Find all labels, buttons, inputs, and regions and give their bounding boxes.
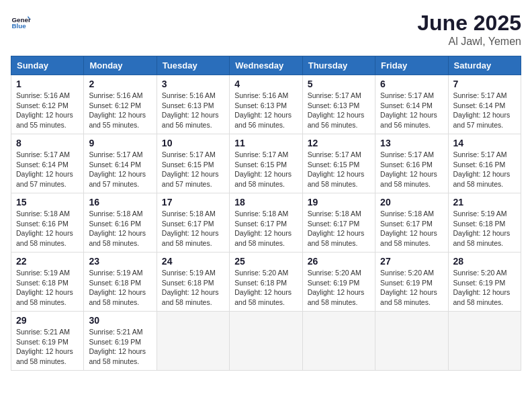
- day-info: Sunrise: 5:18 AMSunset: 6:16 PMDaylight:…: [89, 209, 151, 248]
- day-info: Sunrise: 5:17 AMSunset: 6:16 PMDaylight:…: [380, 150, 443, 189]
- calendar-day-cell: [375, 312, 448, 371]
- weekday-header: Friday: [375, 56, 448, 75]
- calendar-week-row: 15Sunrise: 5:18 AMSunset: 6:16 PMDayligh…: [11, 193, 521, 253]
- calendar-week-row: 22Sunrise: 5:19 AMSunset: 6:18 PMDayligh…: [11, 253, 521, 312]
- day-number: 6: [380, 79, 443, 89]
- day-info: Sunrise: 5:17 AMSunset: 6:16 PMDaylight:…: [453, 150, 516, 189]
- day-number: 19: [308, 197, 370, 208]
- calendar-day-cell: 1Sunrise: 5:16 AMSunset: 6:12 PMDaylight…: [11, 75, 84, 134]
- day-info: Sunrise: 5:16 AMSunset: 6:12 PMDaylight:…: [89, 91, 151, 130]
- day-number: 21: [453, 197, 516, 208]
- weekday-header: Saturday: [448, 56, 521, 75]
- weekday-header: Thursday: [302, 56, 375, 75]
- calendar-day-cell: 10Sunrise: 5:17 AMSunset: 6:15 PMDayligh…: [157, 134, 229, 193]
- day-number: 29: [16, 315, 79, 326]
- day-number: 9: [89, 138, 151, 148]
- calendar-day-cell: 26Sunrise: 5:20 AMSunset: 6:19 PMDayligh…: [302, 253, 375, 312]
- day-number: 13: [380, 138, 443, 148]
- page-header: General Blue June 2025 Al Jawl, Yemen: [11, 11, 521, 48]
- day-number: 22: [16, 256, 79, 267]
- day-info: Sunrise: 5:19 AMSunset: 6:18 PMDaylight:…: [16, 268, 79, 308]
- day-info: Sunrise: 5:18 AMSunset: 6:17 PMDaylight:…: [308, 209, 370, 248]
- calendar-day-cell: 8Sunrise: 5:17 AMSunset: 6:14 PMDaylight…: [11, 134, 84, 193]
- day-number: 15: [16, 197, 79, 208]
- logo: General Blue: [11, 11, 31, 31]
- calendar-day-cell: 3Sunrise: 5:16 AMSunset: 6:13 PMDaylight…: [157, 75, 229, 134]
- svg-text:Blue: Blue: [12, 22, 27, 30]
- day-number: 2: [89, 79, 151, 89]
- calendar-day-cell: 7Sunrise: 5:17 AMSunset: 6:14 PMDaylight…: [448, 75, 521, 134]
- calendar-day-cell: 30Sunrise: 5:21 AMSunset: 6:19 PMDayligh…: [84, 312, 157, 371]
- calendar-day-cell: 22Sunrise: 5:19 AMSunset: 6:18 PMDayligh…: [11, 253, 84, 312]
- day-number: 8: [16, 138, 79, 148]
- calendar-day-cell: 23Sunrise: 5:19 AMSunset: 6:18 PMDayligh…: [84, 253, 157, 312]
- calendar-day-cell: 11Sunrise: 5:17 AMSunset: 6:15 PMDayligh…: [230, 134, 302, 193]
- day-info: Sunrise: 5:21 AMSunset: 6:19 PMDaylight:…: [16, 327, 79, 367]
- calendar-day-cell: 2Sunrise: 5:16 AMSunset: 6:12 PMDaylight…: [84, 75, 157, 134]
- title-block: June 2025 Al Jawl, Yemen: [417, 11, 521, 48]
- calendar-day-cell: 21Sunrise: 5:19 AMSunset: 6:18 PMDayligh…: [448, 193, 521, 253]
- day-number: 28: [453, 256, 516, 267]
- day-number: 14: [453, 138, 516, 148]
- calendar-day-cell: 20Sunrise: 5:18 AMSunset: 6:17 PMDayligh…: [375, 193, 448, 253]
- calendar-day-cell: 15Sunrise: 5:18 AMSunset: 6:16 PMDayligh…: [11, 193, 84, 253]
- day-number: 12: [308, 138, 370, 148]
- calendar-day-cell: [302, 312, 375, 371]
- calendar-day-cell: 6Sunrise: 5:17 AMSunset: 6:14 PMDaylight…: [375, 75, 448, 134]
- day-number: 25: [234, 256, 297, 267]
- calendar-header-row: SundayMondayTuesdayWednesdayThursdayFrid…: [11, 56, 521, 75]
- calendar-day-cell: 17Sunrise: 5:18 AMSunset: 6:17 PMDayligh…: [157, 193, 229, 253]
- calendar-day-cell: 14Sunrise: 5:17 AMSunset: 6:16 PMDayligh…: [448, 134, 521, 193]
- weekday-header: Tuesday: [157, 56, 229, 75]
- calendar-day-cell: 27Sunrise: 5:20 AMSunset: 6:19 PMDayligh…: [375, 253, 448, 312]
- day-number: 30: [89, 315, 151, 326]
- day-number: 1: [16, 79, 79, 89]
- day-info: Sunrise: 5:17 AMSunset: 6:13 PMDaylight:…: [308, 91, 370, 130]
- calendar-day-cell: [448, 312, 521, 371]
- calendar-day-cell: [230, 312, 302, 371]
- day-info: Sunrise: 5:17 AMSunset: 6:15 PMDaylight:…: [234, 150, 297, 189]
- day-info: Sunrise: 5:16 AMSunset: 6:13 PMDaylight:…: [234, 91, 297, 130]
- day-info: Sunrise: 5:16 AMSunset: 6:13 PMDaylight:…: [162, 91, 224, 130]
- day-number: 24: [162, 256, 224, 267]
- logo-icon: General Blue: [11, 11, 31, 31]
- day-info: Sunrise: 5:20 AMSunset: 6:19 PMDaylight:…: [380, 268, 443, 308]
- day-number: 4: [234, 79, 297, 89]
- calendar-week-row: 29Sunrise: 5:21 AMSunset: 6:19 PMDayligh…: [11, 312, 521, 371]
- day-info: Sunrise: 5:17 AMSunset: 6:14 PMDaylight:…: [89, 150, 151, 189]
- day-number: 26: [308, 256, 370, 267]
- day-info: Sunrise: 5:18 AMSunset: 6:17 PMDaylight:…: [162, 209, 224, 248]
- day-info: Sunrise: 5:18 AMSunset: 6:17 PMDaylight:…: [234, 209, 297, 248]
- calendar-table: SundayMondayTuesdayWednesdayThursdayFrid…: [11, 56, 521, 371]
- calendar-day-cell: 18Sunrise: 5:18 AMSunset: 6:17 PMDayligh…: [230, 193, 302, 253]
- day-info: Sunrise: 5:17 AMSunset: 6:15 PMDaylight:…: [308, 150, 370, 189]
- calendar-week-row: 8Sunrise: 5:17 AMSunset: 6:14 PMDaylight…: [11, 134, 521, 193]
- calendar-day-cell: 16Sunrise: 5:18 AMSunset: 6:16 PMDayligh…: [84, 193, 157, 253]
- day-info: Sunrise: 5:20 AMSunset: 6:19 PMDaylight:…: [308, 268, 370, 308]
- day-number: 23: [89, 256, 151, 267]
- day-number: 5: [308, 79, 370, 89]
- calendar-day-cell: 19Sunrise: 5:18 AMSunset: 6:17 PMDayligh…: [302, 193, 375, 253]
- day-info: Sunrise: 5:17 AMSunset: 6:14 PMDaylight:…: [380, 91, 443, 130]
- day-number: 16: [89, 197, 151, 208]
- calendar-day-cell: 24Sunrise: 5:19 AMSunset: 6:18 PMDayligh…: [157, 253, 229, 312]
- calendar-day-cell: 29Sunrise: 5:21 AMSunset: 6:19 PMDayligh…: [11, 312, 84, 371]
- day-number: 11: [234, 138, 297, 148]
- day-info: Sunrise: 5:18 AMSunset: 6:17 PMDaylight:…: [380, 209, 443, 248]
- day-info: Sunrise: 5:17 AMSunset: 6:14 PMDaylight:…: [453, 91, 516, 130]
- weekday-header: Monday: [84, 56, 157, 75]
- day-info: Sunrise: 5:21 AMSunset: 6:19 PMDaylight:…: [89, 327, 151, 367]
- day-number: 17: [162, 197, 224, 208]
- day-info: Sunrise: 5:18 AMSunset: 6:16 PMDaylight:…: [16, 209, 79, 248]
- calendar-day-cell: 13Sunrise: 5:17 AMSunset: 6:16 PMDayligh…: [375, 134, 448, 193]
- day-info: Sunrise: 5:19 AMSunset: 6:18 PMDaylight:…: [89, 268, 151, 308]
- day-info: Sunrise: 5:20 AMSunset: 6:19 PMDaylight:…: [453, 268, 516, 308]
- day-number: 7: [453, 79, 516, 89]
- weekday-header: Wednesday: [230, 56, 302, 75]
- calendar-day-cell: 25Sunrise: 5:20 AMSunset: 6:18 PMDayligh…: [230, 253, 302, 312]
- calendar-day-cell: [157, 312, 229, 371]
- day-info: Sunrise: 5:16 AMSunset: 6:12 PMDaylight:…: [16, 91, 79, 130]
- day-info: Sunrise: 5:17 AMSunset: 6:15 PMDaylight:…: [162, 150, 224, 189]
- calendar-day-cell: 12Sunrise: 5:17 AMSunset: 6:15 PMDayligh…: [302, 134, 375, 193]
- month-title: June 2025: [417, 11, 521, 36]
